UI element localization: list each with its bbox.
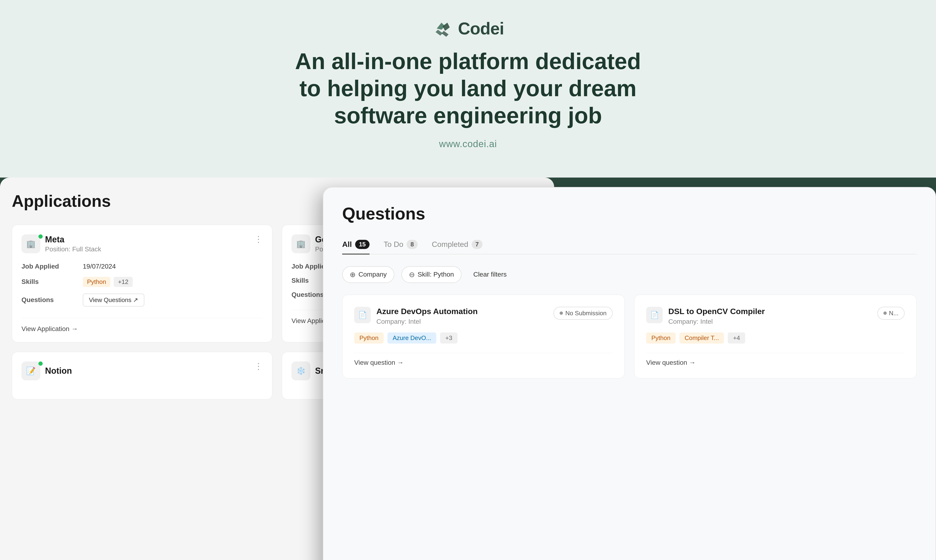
meta-company-name: Meta xyxy=(45,235,101,245)
azure-question-card: 📄 Azure DevOps Automation Company: Intel… xyxy=(342,295,625,378)
meta-card-menu[interactable]: ⋮ xyxy=(254,234,263,244)
dsl-tag-compiler: Compiler T... xyxy=(679,332,724,343)
dsl-q-icon: 📄 xyxy=(646,307,663,323)
snowflake-avatar: ❄️ xyxy=(291,362,310,380)
remove-filter-icon: ⊖ xyxy=(409,271,415,279)
dsl-status-text: N... xyxy=(889,309,899,317)
company-filter-button[interactable]: ⊕ Company xyxy=(342,266,394,283)
azure-q-info: Azure DevOps Automation Company: Intel xyxy=(376,307,477,325)
codei-logo-icon xyxy=(432,19,453,38)
questions-title: Questions xyxy=(342,204,917,223)
azure-q-icon: 📄 xyxy=(354,307,371,323)
dsl-tags: Python Compiler T... +4 xyxy=(646,332,905,343)
skill-python-filter-label: Skill: Python xyxy=(418,271,454,278)
notion-status-dot xyxy=(38,362,43,366)
azure-view-question-link[interactable]: View question → xyxy=(354,353,613,366)
skill-python-filter-button[interactable]: ⊖ Skill: Python xyxy=(401,266,462,283)
azure-tag-python: Python xyxy=(354,332,384,343)
notion-avatar: 📝 xyxy=(22,362,40,380)
meta-skill-python: Python xyxy=(83,277,110,287)
logo-row: Codei xyxy=(432,19,504,38)
meta-skills-tags: Python +12 xyxy=(83,277,133,287)
tab-completed[interactable]: Completed 7 xyxy=(432,235,482,254)
tab-completed-label: Completed xyxy=(432,240,468,249)
azure-q-company: Company: Intel xyxy=(376,318,477,325)
meta-status-dot xyxy=(38,234,43,238)
tab-todo-badge: 8 xyxy=(406,240,417,249)
notion-company-name: Notion xyxy=(45,366,72,376)
azure-tag-more: +3 xyxy=(440,332,457,343)
dsl-q-company: Company: Intel xyxy=(668,318,765,325)
dsl-tag-python: Python xyxy=(646,332,676,343)
dsl-question-card: 📄 DSL to OpenCV Compiler Company: Intel … xyxy=(634,295,917,378)
hero-url: www.codei.ai xyxy=(439,138,497,149)
dsl-tag-more: +4 xyxy=(728,332,745,343)
questions-tabs: All 15 To Do 8 Completed 7 xyxy=(342,235,917,254)
azure-card-left: 📄 Azure DevOps Automation Company: Intel xyxy=(354,307,477,325)
azure-status-text: No Submission xyxy=(565,309,607,317)
azure-status-dot xyxy=(560,311,563,315)
tab-todo[interactable]: To Do 8 xyxy=(384,235,418,254)
notion-app-card: 📝 Notion ⋮ xyxy=(12,352,272,399)
dsl-card-left: 📄 DSL to OpenCV Compiler Company: Intel xyxy=(646,307,765,325)
azure-q-title: Azure DevOps Automation xyxy=(376,307,477,316)
clear-filters-button[interactable]: Clear filters xyxy=(469,267,511,282)
meta-avatar: 🏢 xyxy=(22,234,40,253)
questions-panel: Questions All 15 To Do 8 Completed 7 ⊕ C… xyxy=(323,187,936,560)
dsl-status-dot xyxy=(884,311,887,315)
dsl-card-header: 📄 DSL to OpenCV Compiler Company: Intel … xyxy=(646,307,905,325)
notion-card-header: 📝 Notion ⋮ xyxy=(22,362,263,380)
meta-skill-more: +12 xyxy=(114,277,132,287)
meta-view-application-link[interactable]: View Application → xyxy=(22,318,263,333)
meta-questions-label: Questions xyxy=(22,296,83,304)
filter-row: ⊕ Company ⊖ Skill: Python Clear filters xyxy=(342,266,917,283)
azure-tag-azure: Azure DevO... xyxy=(388,332,436,343)
meta-job-applied-date: 19/07/2024 xyxy=(83,263,116,270)
questions-grid: 📄 Azure DevOps Automation Company: Intel… xyxy=(342,295,917,378)
meta-questions-row: Questions View Questions ↗ xyxy=(22,294,263,306)
meta-company-info: Meta Position: Full Stack xyxy=(45,235,101,253)
meta-position: Position: Full Stack xyxy=(45,245,101,253)
tab-todo-label: To Do xyxy=(384,240,403,249)
meta-card-header: 🏢 Meta Position: Full Stack ⋮ xyxy=(22,234,263,253)
hero-headline: An all-in-one platform dedicated to help… xyxy=(295,48,641,129)
google-avatar: 🏢 xyxy=(291,234,310,253)
dsl-view-question-link[interactable]: View question → xyxy=(646,353,905,366)
dsl-status-badge: N... xyxy=(877,307,905,320)
company-filter-label: Company xyxy=(359,271,387,278)
meta-skills-row: Skills Python +12 xyxy=(22,277,263,287)
tab-all[interactable]: All 15 xyxy=(342,235,369,254)
azure-status-badge: No Submission xyxy=(554,307,613,320)
meta-app-card: 🏢 Meta Position: Full Stack ⋮ Job Applie… xyxy=(12,225,272,342)
hero-section: Codei An all-in-one platform dedicated t… xyxy=(0,0,936,178)
meta-job-applied-label: Job Applied xyxy=(22,263,83,270)
meta-job-applied-row: Job Applied 19/07/2024 xyxy=(22,263,263,270)
meta-skills-label: Skills xyxy=(22,278,83,286)
dsl-q-title: DSL to OpenCV Compiler xyxy=(668,307,765,316)
add-filter-icon: ⊕ xyxy=(350,271,356,279)
notion-card-menu[interactable]: ⋮ xyxy=(254,362,263,371)
dsl-q-info: DSL to OpenCV Compiler Company: Intel xyxy=(668,307,765,325)
tab-completed-badge: 7 xyxy=(472,240,482,249)
tab-all-badge: 15 xyxy=(355,240,369,249)
notion-company-info: Notion xyxy=(45,366,72,376)
mockups-area: Applications 🏢 Meta Position: Full Stack… xyxy=(0,178,936,560)
azure-card-header: 📄 Azure DevOps Automation Company: Intel… xyxy=(354,307,613,325)
logo-text: Codei xyxy=(458,19,504,38)
azure-tags: Python Azure DevO... +3 xyxy=(354,332,613,343)
meta-view-questions-button[interactable]: View Questions ↗ xyxy=(83,294,144,306)
tab-all-label: All xyxy=(342,240,352,249)
